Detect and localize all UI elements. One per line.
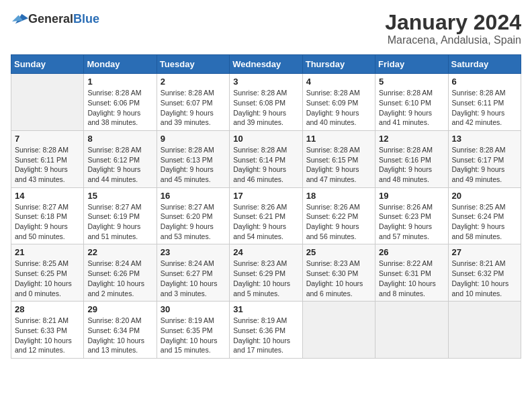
day-number: 11 <box>306 134 371 144</box>
day-number: 10 <box>233 134 298 144</box>
calendar-week-1: 1Sunrise: 8:28 AMSunset: 6:06 PMDaylight… <box>11 74 521 131</box>
day-number: 1 <box>87 77 152 87</box>
calendar-cell: 16Sunrise: 8:27 AMSunset: 6:20 PMDayligh… <box>157 187 229 244</box>
calendar-cell: 7Sunrise: 8:28 AMSunset: 6:11 PMDaylight… <box>11 130 84 187</box>
calendar-header-monday: Monday <box>84 55 157 74</box>
calendar-cell: 21Sunrise: 8:25 AMSunset: 6:25 PMDayligh… <box>11 244 84 302</box>
day-info: Sunrise: 8:26 AMSunset: 6:21 PMDaylight:… <box>233 202 298 242</box>
calendar-cell: 30Sunrise: 8:19 AMSunset: 6:35 PMDayligh… <box>157 302 229 359</box>
logo-icon <box>12 11 28 27</box>
day-number: 13 <box>452 134 517 144</box>
day-number: 15 <box>87 191 152 201</box>
calendar-cell: 25Sunrise: 8:23 AMSunset: 6:30 PMDayligh… <box>302 244 375 302</box>
month-year-title: January 2024 <box>385 11 521 34</box>
location-subtitle: Maracena, Andalusia, Spain <box>385 34 521 46</box>
day-info: Sunrise: 8:28 AMSunset: 6:13 PMDaylight:… <box>161 145 226 185</box>
day-number: 6 <box>452 77 517 87</box>
calendar-cell: 31Sunrise: 8:19 AMSunset: 6:36 PMDayligh… <box>230 302 302 359</box>
day-number: 9 <box>161 134 226 144</box>
calendar-cell: 4Sunrise: 8:28 AMSunset: 6:09 PMDaylight… <box>302 74 375 131</box>
day-info: Sunrise: 8:28 AMSunset: 6:14 PMDaylight:… <box>233 145 298 185</box>
day-info: Sunrise: 8:28 AMSunset: 6:11 PMDaylight:… <box>452 88 517 128</box>
day-info: Sunrise: 8:28 AMSunset: 6:06 PMDaylight:… <box>87 88 152 128</box>
day-info: Sunrise: 8:25 AMSunset: 6:24 PMDaylight:… <box>452 202 517 242</box>
calendar-cell: 3Sunrise: 8:28 AMSunset: 6:08 PMDaylight… <box>230 74 302 131</box>
calendar-week-3: 14Sunrise: 8:27 AMSunset: 6:18 PMDayligh… <box>11 187 521 244</box>
logo-text-blue: Blue <box>73 12 99 26</box>
calendar-cell: 24Sunrise: 8:23 AMSunset: 6:29 PMDayligh… <box>230 244 302 302</box>
day-info: Sunrise: 8:23 AMSunset: 6:29 PMDaylight:… <box>233 259 298 298</box>
calendar-cell: 20Sunrise: 8:25 AMSunset: 6:24 PMDayligh… <box>448 187 521 244</box>
day-number: 2 <box>161 77 226 87</box>
day-info: Sunrise: 8:24 AMSunset: 6:26 PMDaylight:… <box>87 259 152 298</box>
day-info: Sunrise: 8:28 AMSunset: 6:16 PMDaylight:… <box>379 145 444 185</box>
page-header: GeneralBlue January 2024 Maracena, Andal… <box>11 11 521 46</box>
calendar-cell: 15Sunrise: 8:27 AMSunset: 6:19 PMDayligh… <box>84 187 157 244</box>
calendar-week-5: 28Sunrise: 8:21 AMSunset: 6:33 PMDayligh… <box>11 302 521 359</box>
day-info: Sunrise: 8:21 AMSunset: 6:33 PMDaylight:… <box>15 316 80 355</box>
day-info: Sunrise: 8:28 AMSunset: 6:07 PMDaylight:… <box>161 88 226 128</box>
day-number: 5 <box>379 77 444 87</box>
logo: GeneralBlue <box>11 11 99 27</box>
calendar-cell: 23Sunrise: 8:24 AMSunset: 6:27 PMDayligh… <box>157 244 229 302</box>
logo-text-general: General <box>28 12 73 26</box>
calendar-header-row: SundayMondayTuesdayWednesdayThursdayFrid… <box>11 55 521 74</box>
day-number: 12 <box>379 134 444 144</box>
calendar-header-tuesday: Tuesday <box>157 55 229 74</box>
day-number: 3 <box>233 77 298 87</box>
day-info: Sunrise: 8:27 AMSunset: 6:19 PMDaylight:… <box>87 202 152 242</box>
calendar-header-sunday: Sunday <box>11 55 84 74</box>
day-number: 4 <box>306 77 371 87</box>
day-info: Sunrise: 8:27 AMSunset: 6:20 PMDaylight:… <box>161 202 226 242</box>
day-info: Sunrise: 8:28 AMSunset: 6:12 PMDaylight:… <box>87 145 152 185</box>
calendar-cell: 13Sunrise: 8:28 AMSunset: 6:17 PMDayligh… <box>448 130 521 187</box>
day-number: 16 <box>161 191 226 201</box>
day-number: 8 <box>87 134 152 144</box>
calendar-cell: 19Sunrise: 8:26 AMSunset: 6:23 PMDayligh… <box>375 187 448 244</box>
calendar-cell <box>11 74 84 131</box>
calendar-cell: 8Sunrise: 8:28 AMSunset: 6:12 PMDaylight… <box>84 130 157 187</box>
day-number: 23 <box>161 247 226 257</box>
day-info: Sunrise: 8:19 AMSunset: 6:35 PMDaylight:… <box>161 316 226 355</box>
day-info: Sunrise: 8:20 AMSunset: 6:34 PMDaylight:… <box>87 316 152 355</box>
day-number: 17 <box>233 191 298 201</box>
calendar-cell: 17Sunrise: 8:26 AMSunset: 6:21 PMDayligh… <box>230 187 302 244</box>
calendar-cell: 10Sunrise: 8:28 AMSunset: 6:14 PMDayligh… <box>230 130 302 187</box>
day-number: 19 <box>379 191 444 201</box>
day-number: 29 <box>87 304 152 314</box>
calendar-week-4: 21Sunrise: 8:25 AMSunset: 6:25 PMDayligh… <box>11 244 521 302</box>
calendar-week-2: 7Sunrise: 8:28 AMSunset: 6:11 PMDaylight… <box>11 130 521 187</box>
calendar-cell: 29Sunrise: 8:20 AMSunset: 6:34 PMDayligh… <box>84 302 157 359</box>
day-info: Sunrise: 8:28 AMSunset: 6:09 PMDaylight:… <box>306 88 371 128</box>
day-number: 14 <box>15 191 80 201</box>
day-number: 31 <box>233 304 298 314</box>
day-info: Sunrise: 8:19 AMSunset: 6:36 PMDaylight:… <box>233 316 298 355</box>
day-info: Sunrise: 8:21 AMSunset: 6:32 PMDaylight:… <box>452 259 517 298</box>
calendar-cell <box>302 302 375 359</box>
calendar-cell: 28Sunrise: 8:21 AMSunset: 6:33 PMDayligh… <box>11 302 84 359</box>
calendar-cell <box>448 302 521 359</box>
day-info: Sunrise: 8:27 AMSunset: 6:18 PMDaylight:… <box>15 202 80 242</box>
day-number: 26 <box>379 247 444 257</box>
title-block: January 2024 Maracena, Andalusia, Spain <box>385 11 521 46</box>
day-number: 18 <box>306 191 371 201</box>
day-info: Sunrise: 8:23 AMSunset: 6:30 PMDaylight:… <box>306 259 371 298</box>
day-number: 20 <box>452 191 517 201</box>
calendar-cell: 12Sunrise: 8:28 AMSunset: 6:16 PMDayligh… <box>375 130 448 187</box>
calendar-cell: 1Sunrise: 8:28 AMSunset: 6:06 PMDaylight… <box>84 74 157 131</box>
day-info: Sunrise: 8:24 AMSunset: 6:27 PMDaylight:… <box>161 259 226 298</box>
calendar-header-wednesday: Wednesday <box>230 55 302 74</box>
day-info: Sunrise: 8:28 AMSunset: 6:15 PMDaylight:… <box>306 145 371 185</box>
day-info: Sunrise: 8:28 AMSunset: 6:17 PMDaylight:… <box>452 145 517 185</box>
calendar-table: SundayMondayTuesdayWednesdayThursdayFrid… <box>11 54 521 359</box>
day-number: 21 <box>15 247 80 257</box>
calendar-cell: 14Sunrise: 8:27 AMSunset: 6:18 PMDayligh… <box>11 187 84 244</box>
day-info: Sunrise: 8:28 AMSunset: 6:08 PMDaylight:… <box>233 88 298 128</box>
day-number: 7 <box>15 134 80 144</box>
day-info: Sunrise: 8:28 AMSunset: 6:11 PMDaylight:… <box>15 145 80 185</box>
day-number: 25 <box>306 247 371 257</box>
calendar-header-thursday: Thursday <box>302 55 375 74</box>
day-info: Sunrise: 8:22 AMSunset: 6:31 PMDaylight:… <box>379 259 444 298</box>
calendar-cell: 5Sunrise: 8:28 AMSunset: 6:10 PMDaylight… <box>375 74 448 131</box>
day-number: 22 <box>87 247 152 257</box>
